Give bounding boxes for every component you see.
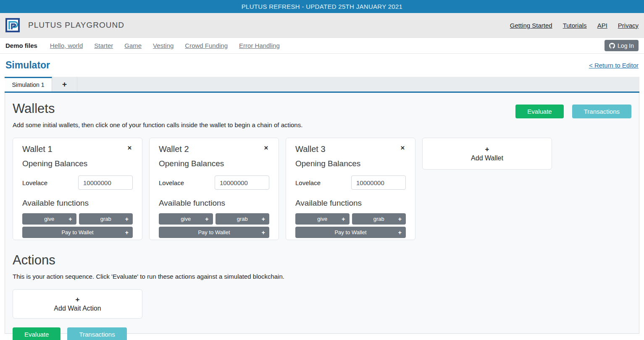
wallet-card-2: Wallet 2 ✕ Opening Balances Lovelace Ava… — [149, 138, 279, 240]
add-wallet-button[interactable]: + Add Wallet — [422, 138, 552, 170]
link-api[interactable]: API — [597, 22, 607, 29]
login-label: Log In — [618, 42, 634, 49]
wallet-card-1: Wallet 1 ✕ Opening Balances Lovelace Ava… — [13, 138, 142, 240]
plus-icon: + — [342, 216, 345, 222]
wallets-section-title: Wallets — [13, 101, 302, 116]
close-wallet-button[interactable]: ✕ — [400, 144, 406, 152]
plus-icon: + — [125, 229, 129, 236]
function-grab-button[interactable]: grab+ — [216, 213, 270, 225]
simulation-content: Wallets Add some initial wallets, then c… — [5, 93, 639, 334]
function-give-button[interactable]: give+ — [159, 213, 213, 225]
wallet-cards-row: Wallet 1 ✕ Opening Balances Lovelace Ava… — [13, 138, 631, 240]
close-icon: ✕ — [400, 145, 405, 151]
demo-link-vesting[interactable]: Vesting — [153, 42, 173, 49]
plus-icon: + — [62, 80, 67, 89]
announcement-text: PLUTUS REFRESH - UPDATED 25TH JANUARY 20… — [242, 3, 403, 10]
close-wallet-button[interactable]: ✕ — [126, 144, 133, 152]
plus-icon: + — [398, 216, 402, 222]
plus-icon: + — [68, 216, 72, 222]
wallets-section-description: Add some initial wallets, then click one… — [13, 121, 302, 128]
close-icon: ✕ — [264, 145, 268, 151]
function-label: Pay to Wallet — [61, 229, 93, 235]
currency-label: Lovelace — [159, 179, 184, 186]
plutus-logo-icon — [5, 18, 20, 32]
lovelace-amount-input[interactable] — [351, 175, 406, 190]
wallet-card-3: Wallet 3 ✕ Opening Balances Lovelace Ava… — [286, 138, 415, 240]
transactions-button-bottom[interactable]: Transactions — [67, 327, 126, 340]
actions-section-description: This is your action sequence. Click 'Eva… — [13, 273, 631, 280]
wallet-title: Wallet 2 — [159, 144, 189, 154]
link-getting-started[interactable]: Getting Started — [510, 22, 552, 29]
plus-icon: + — [262, 216, 265, 222]
function-label: Pay to Wallet — [334, 229, 366, 235]
currency-label: Lovelace — [22, 179, 47, 186]
opening-balances-heading: Opening Balances — [295, 159, 406, 168]
demo-link-crowd-funding[interactable]: Crowd Funding — [185, 42, 228, 49]
actions-section-title: Actions — [13, 253, 631, 268]
function-grab-button[interactable]: grab+ — [79, 213, 133, 225]
demo-files-label: Demo files — [5, 42, 37, 49]
pay-to-wallet-button[interactable]: Pay to Wallet+ — [159, 227, 269, 238]
evaluate-button-bottom[interactable]: Evaluate — [13, 327, 60, 340]
function-label: give — [317, 216, 327, 222]
demo-link-error-handling[interactable]: Error Handling — [239, 42, 280, 49]
pay-to-wallet-button[interactable]: Pay to Wallet+ — [295, 227, 406, 238]
demo-file-links: Hello, world Starter Game Vesting Crowd … — [50, 42, 280, 49]
plus-icon: + — [262, 229, 265, 236]
lovelace-amount-input[interactable] — [78, 175, 133, 190]
plus-icon: + — [205, 216, 208, 222]
page-title: Simulator — [5, 60, 50, 71]
plus-icon: + — [76, 296, 80, 304]
plus-icon: + — [398, 229, 402, 236]
function-give-button[interactable]: give+ — [22, 213, 76, 225]
demo-link-game[interactable]: Game — [124, 42, 142, 49]
function-label: give — [44, 216, 54, 222]
evaluate-button-top[interactable]: Evaluate — [515, 105, 563, 118]
plus-icon: + — [125, 216, 129, 222]
function-give-button[interactable]: give+ — [295, 213, 350, 225]
demo-link-starter[interactable]: Starter — [94, 42, 113, 49]
pay-to-wallet-button[interactable]: Pay to Wallet+ — [22, 227, 133, 238]
announcement-banner: PLUTUS REFRESH - UPDATED 25TH JANUARY 20… — [0, 0, 644, 13]
add-wait-action-button[interactable]: + Add Wait Action — [13, 289, 142, 319]
tab-label: Simulation 1 — [12, 81, 44, 88]
function-label: grab — [100, 216, 111, 222]
demo-link-hello-world[interactable]: Hello, world — [50, 42, 83, 49]
top-action-buttons: Evaluate Transactions — [515, 105, 631, 118]
app-title: PLUTUS PLAYGROUND — [28, 21, 124, 30]
opening-balances-heading: Opening Balances — [22, 159, 133, 168]
demo-files-nav: Demo files Hello, world Starter Game Ves… — [0, 38, 644, 54]
wallet-title: Wallet 3 — [295, 144, 326, 154]
function-label: grab — [373, 216, 384, 222]
return-to-editor-link[interactable]: < Return to Editor — [589, 62, 639, 69]
app-header: PLUTUS PLAYGROUND Getting Started Tutori… — [0, 13, 644, 38]
close-icon: ✕ — [127, 145, 132, 151]
add-simulation-tab-button[interactable]: + — [52, 77, 77, 92]
github-icon — [609, 43, 615, 49]
wallet-title: Wallet 1 — [22, 144, 53, 154]
available-functions-heading: Available functions — [295, 199, 406, 208]
function-label: grab — [237, 216, 248, 222]
login-button[interactable]: Log In — [605, 40, 639, 51]
wallets-header: Wallets Add some initial wallets, then c… — [13, 99, 631, 138]
transactions-button-top[interactable]: Transactions — [572, 105, 631, 118]
tab-simulation-1[interactable]: Simulation 1 — [5, 77, 52, 92]
simulator-header: Simulator < Return to Editor — [0, 54, 644, 77]
function-label: Pay to Wallet — [198, 229, 230, 235]
lovelace-amount-input[interactable] — [215, 175, 269, 190]
function-label: give — [181, 216, 191, 222]
opening-balances-heading: Opening Balances — [159, 159, 269, 168]
available-functions-heading: Available functions — [159, 199, 269, 208]
simulation-tab-bar: Simulation 1 + — [5, 77, 639, 93]
header-links: Getting Started Tutorials API Privacy — [510, 22, 639, 29]
function-grab-button[interactable]: grab+ — [352, 213, 406, 225]
link-privacy[interactable]: Privacy — [618, 22, 639, 29]
add-wait-action-label: Add Wait Action — [54, 305, 101, 312]
available-functions-heading: Available functions — [22, 199, 133, 208]
plus-icon: + — [485, 145, 489, 154]
bottom-action-buttons: Evaluate Transactions — [13, 327, 631, 340]
currency-label: Lovelace — [295, 179, 321, 186]
add-wallet-label: Add Wallet — [471, 154, 503, 162]
link-tutorials[interactable]: Tutorials — [563, 22, 587, 29]
close-wallet-button[interactable]: ✕ — [263, 144, 269, 152]
